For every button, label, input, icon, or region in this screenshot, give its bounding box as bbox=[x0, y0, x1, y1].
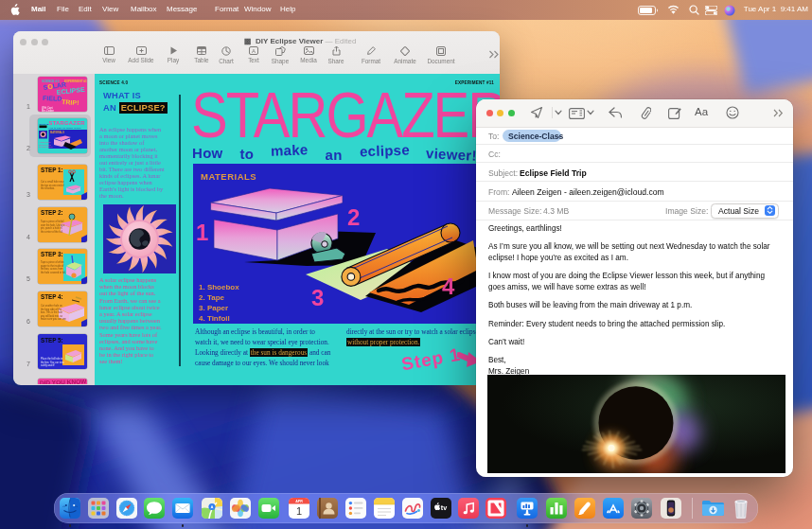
svg-text:Cut a small hole near: Cut a small hole near bbox=[41, 180, 64, 184]
svg-text:STARGAZER: STARGAZER bbox=[49, 120, 86, 126]
svg-text:the box, across from: the box, across from bbox=[41, 267, 63, 271]
svg-text:Tape a piece of white: Tape a piece of white bbox=[41, 260, 64, 264]
svg-text:How to make an eclipse viewer!: How to make an eclipse viewer! bbox=[49, 127, 81, 130]
svg-text:FIELD: FIELD bbox=[43, 95, 62, 102]
svg-text:STEP 4:: STEP 4: bbox=[41, 293, 63, 300]
svg-text:the moon blocks: the moon blocks bbox=[39, 146, 53, 148]
svg-text:paper to the inside of: paper to the inside of bbox=[41, 264, 64, 268]
svg-text:Tape a piece of tinfoil: Tape a piece of tinfoil bbox=[41, 220, 64, 223]
svg-text:the long side of the: the long side of the bbox=[41, 308, 62, 311]
svg-text:A: A bbox=[252, 48, 256, 54]
svg-text:EXPERIMENT #11: EXPERIMENT #11 bbox=[64, 79, 87, 83]
svg-text:make sure you can see: make sure you can see bbox=[41, 317, 66, 321]
svg-text:pin, punch a hole in: pin, punch a hole in bbox=[41, 226, 62, 230]
svg-text:4. Tinfoil: 4. Tinfoil bbox=[199, 314, 230, 323]
svg-text:TRIP!: TRIP! bbox=[62, 98, 79, 106]
svg-text:STEP 3:: STEP 3: bbox=[41, 251, 63, 257]
svg-text:the top on one end of: the top on one end of bbox=[41, 184, 64, 187]
svg-text:DID YOU KNOW: DID YOU KNOW bbox=[40, 379, 87, 384]
svg-text:the shoebox.: the shoebox. bbox=[41, 186, 55, 190]
svg-text:3: 3 bbox=[311, 285, 324, 310]
svg-text:1: 1 bbox=[296, 505, 302, 517]
svg-text:the center of the foil.: the center of the foil. bbox=[41, 230, 63, 234]
svg-text:4: 4 bbox=[442, 273, 455, 299]
svg-text:2. Tape: 2. Tape bbox=[199, 293, 225, 302]
svg-text:1. Shoebox: 1. Shoebox bbox=[199, 283, 239, 291]
svg-text:3. Paper: 3. Paper bbox=[199, 304, 228, 312]
svg-text:over the hole. Using a: over the hole. Using a bbox=[41, 223, 65, 227]
svg-text:STEP 1:: STEP 1: bbox=[41, 167, 63, 173]
svg-text:1: 1 bbox=[196, 220, 208, 245]
svg-text:the hole covered in foil.: the hole covered in foil. bbox=[41, 271, 66, 274]
svg-text:you will look into, so: you will look into, so bbox=[41, 314, 63, 318]
svg-text:Mrs Zeigen: Mrs Zeigen bbox=[42, 109, 55, 113]
svg-text:APR: APR bbox=[295, 500, 303, 503]
svg-text:box. This is the hole: box. This is the hole bbox=[41, 310, 63, 314]
svg-text:MATERIALS: MATERIALS bbox=[50, 131, 64, 134]
svg-text:Place the foil hole in: Place the foil hole in bbox=[41, 357, 63, 361]
svg-text:the line. You can now: the line. You can now bbox=[41, 361, 64, 364]
svg-text:2: 2 bbox=[347, 204, 360, 230]
svg-text:Cut another hole on: Cut another hole on bbox=[41, 304, 62, 308]
svg-text:MATERIALS: MATERIALS bbox=[201, 171, 256, 182]
svg-text:WHAT IS: WHAT IS bbox=[40, 123, 49, 126]
svg-text:STEP 5:: STEP 5: bbox=[41, 337, 63, 344]
svg-text:tv: tv bbox=[441, 503, 447, 512]
svg-text:STEP 2:: STEP 2: bbox=[41, 209, 63, 216]
svg-text:safely watch!: safely watch! bbox=[41, 363, 55, 367]
